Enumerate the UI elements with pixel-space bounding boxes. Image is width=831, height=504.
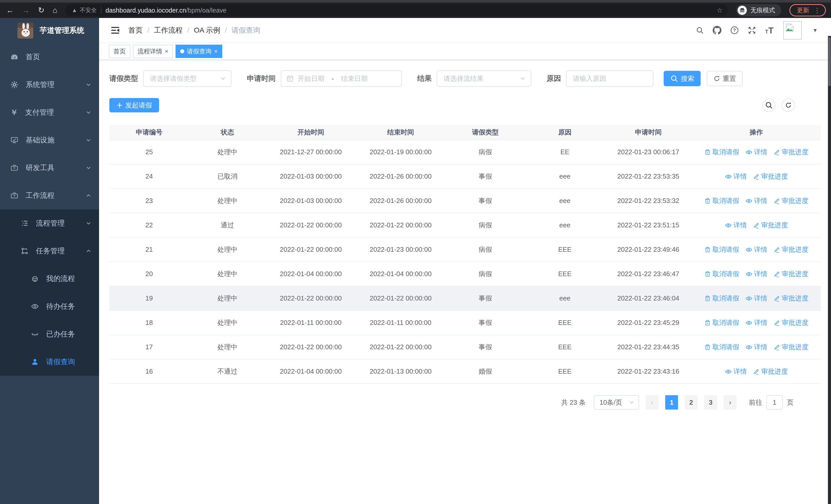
cancel-action-link[interactable]: 取消请假 bbox=[704, 318, 739, 327]
sidebar-item-done-tasks[interactable]: 已办任务 bbox=[0, 320, 99, 348]
table-row[interactable]: 18处理中2022-01-11 00:00:002022-01-11 00:00… bbox=[109, 311, 821, 335]
next-page-button[interactable]: › bbox=[724, 395, 737, 410]
cancel-action-link[interactable]: 取消请假 bbox=[704, 245, 739, 254]
reason-input[interactable] bbox=[573, 75, 647, 83]
sidebar-item-payment-management[interactable]: ￥支付管理 bbox=[0, 98, 99, 126]
sidebar-item-system-management[interactable]: 系统管理 bbox=[0, 71, 99, 98]
breadcrumb-item[interactable]: OA 示例 bbox=[194, 25, 221, 35]
result-select[interactable]: 请选择流结果 bbox=[437, 70, 531, 87]
cancel-action-link[interactable]: 取消请假 bbox=[704, 196, 739, 205]
app-logo[interactable]: 芋道管理系统 bbox=[0, 18, 99, 43]
back-icon[interactable]: ← bbox=[6, 6, 14, 14]
detail-action-link[interactable]: 详情 bbox=[745, 343, 767, 352]
table-row[interactable]: 20处理中2022-01-04 00:00:002022-01-04 00:00… bbox=[109, 262, 821, 287]
table-row[interactable]: 21处理中2022-01-22 00:00:002022-01-23 00:00… bbox=[109, 238, 821, 262]
table-row[interactable]: 25处理中2021-12-27 00:00:002022-01-19 00:00… bbox=[109, 140, 821, 165]
sidebar-item-task-management[interactable]: 任务管理 bbox=[0, 237, 99, 265]
progress-action-link[interactable]: 审批进度 bbox=[774, 294, 808, 303]
search-button[interactable]: 搜索 bbox=[664, 71, 700, 86]
cancel-action-link[interactable]: 取消请假 bbox=[704, 269, 739, 278]
breadcrumb-item[interactable]: 首页 bbox=[128, 25, 143, 35]
home-icon[interactable]: ⌂ bbox=[53, 6, 57, 14]
detail-action-link[interactable]: 详情 bbox=[745, 318, 767, 327]
sidebar-item-todo-tasks[interactable]: 待办任务 bbox=[0, 293, 99, 320]
page-size-select[interactable]: 10条/页 bbox=[594, 395, 639, 410]
scrollbar[interactable] bbox=[828, 36, 831, 504]
sidebar-item-label: 首页 bbox=[26, 52, 40, 62]
avatar[interactable] bbox=[783, 21, 802, 39]
tab-leave-query[interactable]: 请假查询× bbox=[175, 45, 222, 58]
apply-time-range-picker[interactable]: 开始日期 - 结束日期 bbox=[281, 70, 402, 87]
sidebar-item-home[interactable]: 首页 bbox=[0, 43, 99, 71]
progress-action-link[interactable]: 审批进度 bbox=[753, 221, 788, 230]
table-cell: 病假 bbox=[446, 148, 525, 156]
create-leave-button[interactable]: 发起请假 bbox=[109, 98, 159, 112]
table-row[interactable]: 17处理中2022-01-22 00:00:002022-01-22 00:00… bbox=[109, 335, 821, 359]
table-row[interactable]: 22通过2022-01-22 00:00:002022-01-22 00:00:… bbox=[109, 213, 821, 238]
address-bar[interactable]: ▲ 不安全 dashboard.yudao.iocoder.cn/bpm/oa/… bbox=[65, 4, 728, 16]
page-button-2[interactable]: 2 bbox=[685, 395, 697, 410]
table-cell: eee bbox=[525, 294, 605, 302]
goto-page-input[interactable] bbox=[766, 395, 783, 410]
detail-action-link[interactable]: 详情 bbox=[745, 148, 767, 156]
progress-action-link[interactable]: 审批进度 bbox=[774, 269, 808, 278]
security-status[interactable]: ▲ 不安全 bbox=[71, 6, 97, 14]
tab-process-detail[interactable]: 流程详情× bbox=[133, 45, 173, 58]
detail-action-link[interactable]: 详情 bbox=[725, 221, 747, 230]
table-row[interactable]: 24已取消2022-01-03 00:00:002022-01-26 00:00… bbox=[109, 165, 821, 189]
sidebar-item-workflow[interactable]: 工作流程 bbox=[0, 182, 99, 209]
toggle-search-button[interactable] bbox=[762, 98, 776, 112]
sidebar-item-infrastructure[interactable]: 基础设施 bbox=[0, 126, 99, 154]
forward-icon[interactable]: → bbox=[22, 6, 30, 14]
cancel-action-link[interactable]: 取消请假 bbox=[704, 343, 739, 352]
scrollbar-thumb[interactable] bbox=[828, 37, 831, 86]
search-icon[interactable] bbox=[696, 26, 704, 34]
bookmark-star-icon[interactable]: ☆ bbox=[717, 6, 723, 14]
progress-action-link[interactable]: 审批进度 bbox=[753, 367, 788, 376]
detail-action-link[interactable]: 详情 bbox=[725, 367, 747, 376]
sidebar-item-my-process[interactable]: 我的流程 bbox=[0, 265, 99, 293]
table-cell: 病假 bbox=[446, 221, 525, 230]
table-row[interactable]: 23处理中2022-01-03 00:00:002022-01-26 00:00… bbox=[109, 189, 821, 213]
kebab-menu-icon[interactable]: ⋮ bbox=[814, 7, 821, 13]
close-icon[interactable]: × bbox=[214, 48, 218, 54]
delete-icon bbox=[704, 344, 711, 351]
reset-button[interactable]: 重置 bbox=[707, 71, 743, 86]
close-icon[interactable]: × bbox=[165, 48, 168, 54]
github-icon[interactable] bbox=[713, 26, 721, 35]
refresh-table-button[interactable] bbox=[782, 98, 795, 112]
font-size-icon[interactable]: TT bbox=[765, 25, 774, 35]
progress-action-link[interactable]: 审批进度 bbox=[774, 196, 808, 205]
progress-action-link[interactable]: 审批进度 bbox=[753, 172, 788, 181]
chevron-down-icon bbox=[220, 76, 226, 81]
leave-type-select[interactable]: 请选择请假类型 bbox=[143, 70, 231, 87]
sidebar-item-dev-tools[interactable]: 研发工具 bbox=[0, 154, 99, 182]
prev-page-button[interactable]: ‹ bbox=[646, 395, 659, 410]
cancel-action-link[interactable]: 取消请假 bbox=[704, 148, 739, 156]
progress-action-link[interactable]: 审批进度 bbox=[774, 343, 808, 352]
page-button-3[interactable]: 3 bbox=[704, 395, 717, 410]
sidebar-item-process-management[interactable]: 流程管理 bbox=[0, 209, 99, 237]
detail-action-link[interactable]: 详情 bbox=[745, 245, 767, 254]
progress-action-link[interactable]: 审批进度 bbox=[774, 318, 808, 327]
detail-action-link[interactable]: 详情 bbox=[725, 172, 747, 181]
progress-action-link[interactable]: 审批进度 bbox=[774, 245, 808, 254]
progress-action-link[interactable]: 审批进度 bbox=[774, 148, 808, 156]
table-row[interactable]: 19处理中2022-01-22 00:00:002022-01-22 00:00… bbox=[109, 287, 821, 311]
help-icon[interactable]: ? bbox=[730, 26, 739, 35]
tab-home[interactable]: 首页 bbox=[109, 45, 131, 58]
browser-update-button[interactable]: 更新 ⋮ bbox=[790, 4, 826, 17]
sidebar-item-leave-query[interactable]: 请假查询 bbox=[0, 348, 99, 376]
table-row[interactable]: 16不通过2022-01-04 00:00:002022-01-13 00:00… bbox=[109, 359, 821, 384]
sidebar-collapse-icon[interactable] bbox=[110, 25, 120, 35]
reload-icon[interactable]: ↻ bbox=[38, 6, 45, 14]
fullscreen-icon[interactable] bbox=[748, 26, 756, 35]
detail-action-link[interactable]: 详情 bbox=[745, 294, 767, 303]
caret-down-icon[interactable]: ▼ bbox=[812, 27, 818, 33]
page-button-1[interactable]: 1 bbox=[665, 395, 678, 410]
detail-action-link[interactable]: 详情 bbox=[745, 269, 767, 278]
gear-icon bbox=[10, 81, 19, 89]
cancel-action-link[interactable]: 取消请假 bbox=[704, 294, 739, 303]
breadcrumb-item[interactable]: 工作流程 bbox=[154, 25, 183, 35]
detail-action-link[interactable]: 详情 bbox=[745, 196, 767, 205]
